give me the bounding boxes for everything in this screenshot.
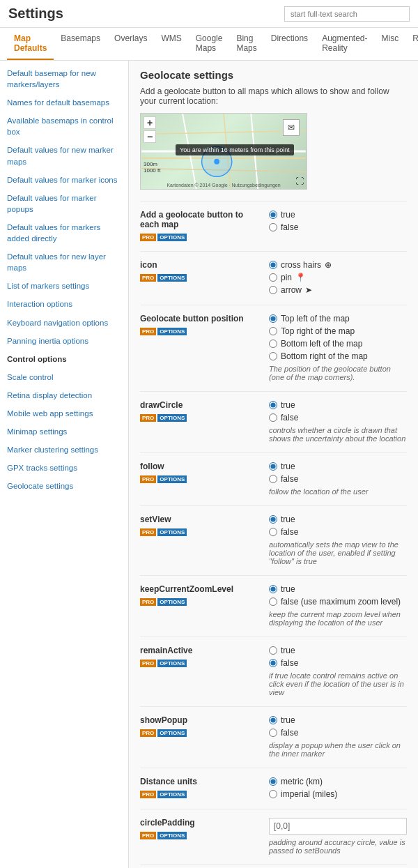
- nav-tab-google-maps[interactable]: Google Maps: [189, 28, 230, 60]
- sidebar-item-11[interactable]: Panning inertia options: [0, 332, 128, 350]
- sidebar-item-5[interactable]: Default values for marker popups: [0, 189, 128, 218]
- radio-distance-units-0[interactable]: [269, 777, 277, 786]
- radio-item-icon-0[interactable]: cross hairs⊕: [269, 260, 407, 270]
- setting-control-distance-units: metric (km)imperial (miles): [269, 777, 407, 799]
- nav-tab-map-defaults[interactable]: Map Defaults: [7, 28, 54, 60]
- radio-add-geolocate-1[interactable]: [269, 223, 277, 231]
- sidebar-item-10[interactable]: Keyboard navigation options: [0, 314, 128, 332]
- radio-item-draw-circle-0[interactable]: true: [269, 400, 407, 410]
- setting-row-icon: iconPROOPTIONScross hairs⊕pin📍arrow➤: [140, 251, 407, 295]
- page-title: Settings: [8, 6, 63, 22]
- setting-input-circle-padding[interactable]: [269, 818, 407, 835]
- sidebar-item-12[interactable]: Control options: [0, 350, 128, 368]
- setting-control-follow: truefalsefollow the location of the user: [269, 462, 407, 496]
- svg-point-8: [214, 159, 219, 165]
- setting-desc-draw-circle: controls whether a circle is drawn that …: [269, 426, 407, 443]
- nav-tab-wms[interactable]: WMS: [154, 28, 188, 60]
- nav-tab-basemaps[interactable]: Basemaps: [54, 28, 107, 60]
- setting-label-geolocate-position: Geolocate button positionPROOPTIONS: [140, 314, 269, 335]
- nav-tab-overlays[interactable]: Overlays: [107, 28, 154, 60]
- radio-keep-zoom-1[interactable]: [269, 597, 277, 606]
- radio-keep-zoom-0[interactable]: [269, 585, 277, 593]
- radio-set-view-0[interactable]: [269, 515, 277, 524]
- map-zoom-out[interactable]: −: [144, 130, 156, 143]
- radio-icon-0[interactable]: [269, 261, 277, 269]
- sidebar-item-7[interactable]: Default values for new layer maps: [0, 248, 128, 277]
- radio-item-icon-1[interactable]: pin📍: [269, 273, 407, 282]
- sidebar-item-6[interactable]: Default values for markers added directl…: [0, 218, 128, 248]
- radio-item-follow-0[interactable]: true: [269, 462, 407, 471]
- radio-item-show-popup-1[interactable]: false: [269, 728, 407, 738]
- radio-label-geolocate-position-1: Top right of the map: [281, 326, 355, 336]
- radio-label-icon-1: pin: [281, 273, 292, 282]
- setting-control-keep-zoom: truefalse (use maximum zoom level)keep t…: [269, 584, 407, 627]
- radio-remain-active-1[interactable]: [269, 659, 277, 667]
- radio-item-distance-units-1[interactable]: imperial (miles): [269, 789, 407, 799]
- radio-item-distance-units-0[interactable]: metric (km): [269, 777, 407, 786]
- radio-item-geolocate-position-2[interactable]: Bottom left of the map: [269, 339, 407, 349]
- radio-item-show-popup-0[interactable]: true: [269, 715, 407, 725]
- radio-show-popup-1[interactable]: [269, 729, 277, 737]
- radio-add-geolocate-0[interactable]: [269, 211, 277, 219]
- radio-item-geolocate-position-1[interactable]: Top right of the map: [269, 326, 407, 336]
- radio-geolocate-position-2[interactable]: [269, 340, 277, 348]
- radio-remain-active-0[interactable]: [269, 646, 277, 655]
- nav-tab-augmented-reality[interactable]: Augmented-Reality: [315, 28, 374, 60]
- nav-tab-directions[interactable]: Directions: [264, 28, 315, 60]
- sidebar-item-19[interactable]: Geolocate settings: [0, 477, 128, 495]
- sidebar-item-8[interactable]: List of markers settings: [0, 277, 128, 295]
- radio-follow-1[interactable]: [269, 475, 277, 483]
- radio-item-add-geolocate-0[interactable]: true: [269, 210, 407, 220]
- setting-row-circle-padding: circlePaddingPROOPTIONSpadding around ac…: [140, 809, 407, 855]
- radio-item-keep-zoom-1[interactable]: false (use maximum zoom level): [269, 597, 407, 607]
- radio-item-set-view-0[interactable]: true: [269, 515, 407, 524]
- pro-badge: PRO: [140, 729, 156, 737]
- sidebar-item-13[interactable]: Scale control: [0, 368, 128, 386]
- radio-item-follow-1[interactable]: false: [269, 474, 407, 484]
- radio-distance-units-1[interactable]: [269, 790, 277, 798]
- map-zoom-in[interactable]: +: [144, 116, 156, 129]
- sidebar-item-0[interactable]: Default basemap for new markers/layers: [0, 64, 128, 93]
- opt-badge: OPTIONS: [157, 234, 187, 241]
- map-copyright: Kartendaten © 2014 Google · Nutzungsbedi…: [141, 183, 307, 188]
- sidebar-item-17[interactable]: Marker clustering settings: [0, 441, 128, 459]
- radio-item-remain-active-0[interactable]: true: [269, 646, 407, 655]
- radio-item-set-view-1[interactable]: false: [269, 527, 407, 537]
- radio-item-geolocate-position-3[interactable]: Bottom right of the map: [269, 351, 407, 361]
- sidebar-item-14[interactable]: Retina display detection: [0, 386, 128, 404]
- radio-item-icon-2[interactable]: arrow➤: [269, 285, 407, 295]
- radio-item-draw-circle-1[interactable]: false: [269, 413, 407, 422]
- radio-draw-circle-1[interactable]: [269, 413, 277, 422]
- radio-draw-circle-0[interactable]: [269, 401, 277, 409]
- radio-label-set-view-1: false: [281, 527, 298, 537]
- radio-geolocate-position-0[interactable]: [269, 314, 277, 323]
- sidebar-item-4[interactable]: Default values for marker icons: [0, 171, 128, 189]
- search-input[interactable]: [284, 6, 410, 22]
- radio-icon-2[interactable]: [269, 286, 277, 294]
- radio-icon-1[interactable]: [269, 273, 277, 282]
- radio-geolocate-position-3[interactable]: [269, 352, 277, 360]
- radio-group-add-geolocate: truefalse: [269, 210, 407, 232]
- nav-tab-reset[interactable]: Reset: [405, 28, 418, 60]
- radio-item-remain-active-1[interactable]: false: [269, 658, 407, 668]
- sidebar-item-18[interactable]: GPX tracks settings: [0, 459, 128, 477]
- sidebar-item-3[interactable]: Default values for new marker maps: [0, 141, 128, 170]
- nav-tab-bing-maps[interactable]: Bing Maps: [229, 28, 263, 60]
- setting-row-show-popup: showPopupPROOPTIONStruefalsedisplay a po…: [140, 706, 407, 758]
- radio-geolocate-position-1[interactable]: [269, 327, 277, 335]
- radio-label-keep-zoom-1: false (use maximum zoom level): [281, 597, 401, 607]
- radio-set-view-1[interactable]: [269, 528, 277, 536]
- radio-item-add-geolocate-1[interactable]: false: [269, 222, 407, 232]
- sidebar-item-15[interactable]: Mobile web app settings: [0, 404, 128, 422]
- sidebar-item-2[interactable]: Available basemaps in control box: [0, 112, 128, 141]
- sidebar-item-16[interactable]: Minimap settings: [0, 422, 128, 441]
- setting-name-set-view: setView: [140, 515, 262, 524]
- sidebar-item-9[interactable]: Interaction options: [0, 295, 128, 313]
- radio-item-keep-zoom-0[interactable]: true: [269, 584, 407, 594]
- nav-tab-misc[interactable]: Misc: [375, 28, 406, 60]
- radio-show-popup-0[interactable]: [269, 716, 277, 724]
- radio-item-geolocate-position-0[interactable]: Top left of the map: [269, 314, 407, 323]
- radio-label-show-popup-0: true: [281, 715, 295, 725]
- sidebar-item-1[interactable]: Names for default basemaps: [0, 93, 128, 112]
- radio-follow-0[interactable]: [269, 462, 277, 471]
